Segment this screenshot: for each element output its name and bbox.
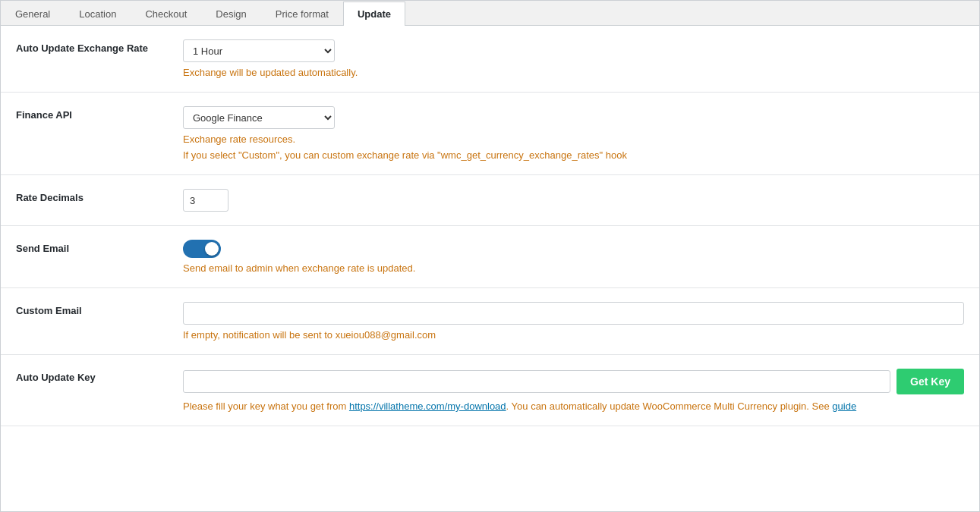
custom-email-label: Custom Email	[16, 302, 183, 316]
custom-email-desc: If empty, notification will be sent to x…	[183, 329, 964, 341]
get-key-button[interactable]: Get Key	[896, 369, 964, 394]
auto-update-key-field: Get Key Please fill your key what you ge…	[183, 369, 964, 412]
villatheme-link[interactable]: https://villatheme.com/my-download	[349, 400, 506, 412]
send-email-toggle[interactable]	[183, 240, 221, 258]
send-email-label: Send Email	[16, 240, 183, 254]
rate-decimals-field	[183, 189, 964, 212]
rate-decimals-input[interactable]	[183, 189, 228, 212]
send-email-row: Send Email Send email to admin when exch…	[1, 226, 979, 288]
finance-api-select[interactable]: Google Finance Open Exchange Rates Custo…	[183, 106, 335, 129]
finance-api-label: Finance API	[16, 106, 183, 121]
toggle-slider	[183, 240, 221, 258]
finance-api-desc1: Exchange rate resources.	[183, 133, 964, 145]
key-footer-pre: Please fill your key what you get from	[183, 400, 349, 412]
rate-decimals-row: Rate Decimals	[1, 175, 979, 226]
settings-content: Auto Update Exchange Rate 1 Hour 2 Hours…	[1, 26, 979, 426]
custom-email-input[interactable]	[183, 302, 964, 325]
key-row: Get Key	[183, 369, 964, 394]
auto-update-select[interactable]: 1 Hour 2 Hours 6 Hours 12 Hours 24 Hours	[183, 39, 335, 62]
auto-update-key-input[interactable]	[183, 370, 890, 393]
tab-checkout[interactable]: Checkout	[131, 2, 201, 26]
tab-update[interactable]: Update	[343, 2, 405, 26]
send-email-desc: Send email to admin when exchange rate i…	[183, 262, 964, 274]
custom-email-field: If empty, notification will be sent to x…	[183, 302, 964, 341]
rate-decimals-label: Rate Decimals	[16, 189, 183, 203]
auto-update-key-label: Auto Update Key	[16, 369, 183, 383]
auto-update-field: 1 Hour 2 Hours 6 Hours 12 Hours 24 Hours…	[183, 39, 964, 78]
finance-api-field: Google Finance Open Exchange Rates Custo…	[183, 106, 964, 161]
custom-email-row: Custom Email If empty, notification will…	[1, 288, 979, 355]
tab-location[interactable]: Location	[65, 2, 131, 26]
tab-general[interactable]: General	[1, 2, 65, 26]
guide-link[interactable]: guide	[832, 400, 856, 412]
tabs-bar: General Location Checkout Design Price f…	[1, 1, 979, 26]
auto-update-key-row: Auto Update Key Get Key Please fill your…	[1, 355, 979, 426]
tab-price-format[interactable]: Price format	[261, 2, 343, 26]
auto-update-desc: Exchange will be updated automatically.	[183, 67, 964, 78]
finance-api-row: Finance API Google Finance Open Exchange…	[1, 93, 979, 175]
send-email-field: Send email to admin when exchange rate i…	[183, 240, 964, 274]
key-footer-mid: . You can automatically update WooCommer…	[506, 400, 833, 412]
key-footer-desc: Please fill your key what you get from h…	[183, 400, 964, 412]
finance-api-desc2: If you select "Custom", you can custom e…	[183, 149, 964, 161]
auto-update-label: Auto Update Exchange Rate	[16, 39, 183, 54]
auto-update-row: Auto Update Exchange Rate 1 Hour 2 Hours…	[1, 26, 979, 93]
tab-design[interactable]: Design	[201, 2, 260, 26]
settings-page: General Location Checkout Design Price f…	[0, 0, 980, 512]
